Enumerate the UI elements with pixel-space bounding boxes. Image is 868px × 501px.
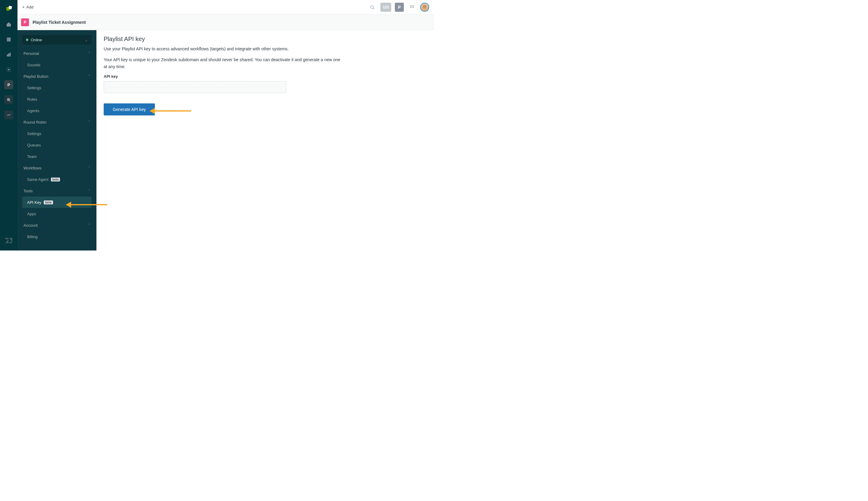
app-header: P Playlist Ticket Assignment	[18, 14, 434, 30]
svg-rect-12	[410, 7, 411, 8]
svg-point-8	[371, 6, 373, 8]
sidebar-item-rules[interactable]: Rules	[22, 94, 92, 105]
sidebar-item-same-agent[interactable]: Same Agent beta	[22, 174, 92, 185]
annotation-arrow-apikey	[66, 202, 107, 208]
page-description-1: Use your Playlist API key to access adva…	[104, 45, 345, 52]
sidebar-item-team[interactable]: Team	[22, 151, 92, 162]
annotation-arrow-generate	[150, 108, 191, 114]
apps-grid-icon[interactable]	[407, 3, 417, 12]
chip-123[interactable]: 123	[381, 3, 391, 12]
rail-admin-icon[interactable]	[4, 65, 13, 74]
beta-badge: beta	[44, 201, 53, 204]
svg-rect-11	[413, 6, 414, 6]
sidebar-item-billing[interactable]: Billing	[22, 231, 92, 242]
page-description-2: Your API key is unique to your Zendesk s…	[104, 56, 345, 70]
svg-rect-13	[412, 7, 412, 8]
rail-views-icon[interactable]	[4, 35, 13, 44]
chip-p[interactable]: P	[395, 3, 404, 12]
svg-rect-3	[7, 55, 8, 56]
chevron-up-icon: ˄	[88, 166, 90, 170]
svg-rect-4	[9, 54, 9, 56]
zendesk-brand-icon	[5, 238, 12, 245]
page-title: Playlist API key	[104, 35, 427, 43]
section-personal[interactable]: Personal ˄	[22, 47, 92, 59]
chevron-up-icon: ˄	[88, 51, 90, 56]
api-key-field[interactable]: · · · · · · · · · · · · · · · · · · · · …	[104, 81, 286, 93]
svg-rect-10	[412, 6, 412, 6]
app-body: Online ⌄ Personal ˄ Sounds Playlist Butt…	[18, 30, 434, 250]
app-icon: P	[21, 18, 29, 26]
api-key-label: API key	[104, 74, 427, 79]
section-playlist-button[interactable]: Playlist Button ˄	[22, 71, 92, 82]
sidebar-item-queues[interactable]: Queues	[22, 139, 92, 151]
svg-point-6	[8, 69, 10, 71]
section-workflows[interactable]: Workflows ˄	[22, 162, 92, 174]
sidebar-item-agents[interactable]: Agents	[22, 105, 92, 116]
svg-rect-2	[7, 40, 11, 41]
sidebar-item-apps[interactable]: Apps	[22, 208, 92, 220]
svg-rect-0	[7, 38, 11, 39]
chevron-up-icon: ˄	[88, 189, 90, 193]
add-button[interactable]: + Add	[22, 5, 33, 9]
sidebar-item-settings-rr[interactable]: Settings	[22, 128, 92, 139]
beta-badge: beta	[51, 178, 60, 181]
sidebar-item-settings-pb[interactable]: Settings	[22, 82, 92, 94]
user-avatar[interactable]	[420, 3, 429, 12]
app-title: Playlist Ticket Assignment	[33, 20, 86, 25]
topbar: + Add 123 P	[18, 0, 434, 14]
chevron-up-icon: ˄	[88, 120, 90, 125]
status-dot-icon	[26, 39, 28, 41]
zendesk-logo-icon	[5, 6, 12, 13]
svg-rect-1	[7, 39, 11, 40]
svg-rect-14	[413, 7, 414, 8]
rail-home-icon[interactable]	[4, 20, 13, 29]
status-label: Online	[31, 38, 42, 42]
sidebar-item-sounds[interactable]: Sounds	[22, 59, 92, 71]
add-label: Add	[26, 5, 33, 9]
main-column: + Add 123 P P Playlist Ticket Assignment…	[18, 0, 434, 250]
chevron-up-icon: ˄	[88, 223, 90, 227]
chevron-up-icon: ˄	[88, 74, 90, 79]
generate-api-key-button[interactable]: Generate API key	[104, 103, 155, 116]
search-icon[interactable]	[368, 3, 377, 12]
section-account[interactable]: Account ˄	[22, 220, 92, 231]
rail-reports-icon[interactable]	[4, 50, 13, 59]
rail-search-zoom-icon[interactable]	[4, 95, 13, 104]
plus-icon: +	[22, 5, 25, 9]
rail-trend-icon[interactable]	[4, 110, 13, 119]
svg-rect-5	[10, 53, 11, 56]
chevron-down-icon: ⌄	[85, 38, 88, 42]
rail-playlist-app-icon[interactable]: P	[4, 80, 13, 89]
product-rail: P	[0, 0, 18, 250]
app-sidebar: Online ⌄ Personal ˄ Sounds Playlist Butt…	[18, 30, 96, 250]
section-round-robin[interactable]: Round Robin ˄	[22, 116, 92, 128]
status-selector[interactable]: Online ⌄	[22, 35, 92, 45]
svg-rect-9	[410, 6, 411, 6]
section-tools[interactable]: Tools ˄	[22, 185, 92, 196]
content-area: Playlist API key Use your Playlist API k…	[96, 30, 434, 250]
